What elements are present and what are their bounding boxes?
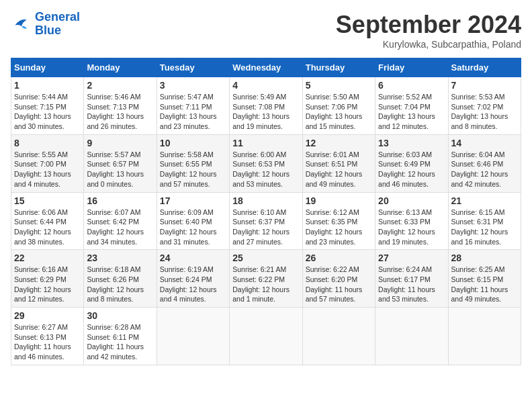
empty-cell [448,308,521,365]
calendar-day-8: 8 Sunrise: 5:55 AM Sunset: 7:00 PM Dayli… [11,134,84,192]
day-info: Sunrise: 6:13 AM Sunset: 6:33 PM Dayligh… [378,208,445,247]
day-number: 19 [306,195,372,206]
sunrise-label: Sunrise: 6:13 AM [378,208,432,216]
logo-line2: Blue [35,24,80,38]
logo: General Blue [11,11,80,38]
day-number: 4 [232,80,299,91]
sunrise-label: Sunrise: 6:04 AM [451,150,505,158]
day-number: 8 [14,138,81,148]
col-header-saturday: Saturday [448,58,521,77]
calendar-day-30: 30 Sunrise: 6:28 AM Sunset: 6:11 PM Dayl… [84,308,157,365]
calendar-day-27: 27 Sunrise: 6:24 AM Sunset: 6:17 PM Dayl… [375,250,448,308]
sunrise-label: Sunrise: 5:53 AM [451,93,505,101]
day-info: Sunrise: 6:28 AM Sunset: 6:11 PM Dayligh… [87,322,153,362]
sunset-label: Sunset: 6:26 PM [87,275,139,283]
day-info: Sunrise: 5:47 AM Sunset: 7:11 PM Dayligh… [160,92,226,132]
daylight-label: Daylight: 12 hours and 46 minutes. [378,170,435,188]
calendar-day-29: 29 Sunrise: 6:27 AM Sunset: 6:13 PM Dayl… [11,308,84,365]
day-info: Sunrise: 5:50 AM Sunset: 7:06 PM Dayligh… [306,92,372,132]
daylight-label: Daylight: 11 hours and 46 minutes. [14,342,71,361]
day-info: Sunrise: 5:46 AM Sunset: 7:13 PM Dayligh… [87,92,153,132]
daylight-label: Daylight: 12 hours and 31 minutes. [160,228,217,246]
col-header-friday: Friday [375,58,448,77]
day-info: Sunrise: 6:24 AM Sunset: 6:17 PM Dayligh… [378,265,445,304]
day-number: 12 [306,138,372,148]
sunrise-label: Sunrise: 5:50 AM [306,93,359,101]
sunset-label: Sunset: 6:29 PM [14,275,66,283]
sunrise-label: Sunrise: 6:25 AM [451,265,505,273]
sunset-label: Sunset: 6:46 PM [451,160,504,168]
day-info: Sunrise: 6:15 AM Sunset: 6:31 PM Dayligh… [451,208,518,247]
daylight-label: Daylight: 12 hours and 23 minutes. [306,228,363,246]
empty-cell [302,308,375,365]
day-info: Sunrise: 5:55 AM Sunset: 7:00 PM Dayligh… [14,150,81,189]
daylight-label: Daylight: 13 hours and 23 minutes. [160,112,217,130]
day-number: 28 [451,253,518,263]
calendar-day-23: 23 Sunrise: 6:18 AM Sunset: 6:26 PM Dayl… [84,250,157,308]
calendar-day-2: 2 Sunrise: 5:46 AM Sunset: 7:13 PM Dayli… [84,77,157,135]
sunset-label: Sunset: 6:44 PM [14,218,66,226]
sunrise-label: Sunrise: 5:52 AM [378,93,432,101]
sunrise-label: Sunrise: 5:46 AM [87,93,140,101]
sunrise-label: Sunrise: 6:28 AM [87,323,140,331]
sunrise-label: Sunrise: 6:24 AM [378,265,432,273]
daylight-label: Daylight: 13 hours and 12 minutes. [378,112,435,130]
daylight-label: Daylight: 12 hours and 27 minutes. [232,228,290,246]
logo-text: General Blue [35,11,80,38]
calendar-day-13: 13 Sunrise: 6:03 AM Sunset: 6:49 PM Dayl… [375,134,448,192]
day-info: Sunrise: 6:16 AM Sunset: 6:29 PM Dayligh… [14,265,81,304]
sunset-label: Sunset: 7:15 PM [14,103,66,111]
sunset-label: Sunset: 6:22 PM [232,275,285,283]
day-info: Sunrise: 6:07 AM Sunset: 6:42 PM Dayligh… [87,208,153,247]
sunrise-label: Sunrise: 6:18 AM [87,265,140,273]
calendar-day-17: 17 Sunrise: 6:09 AM Sunset: 6:40 PM Dayl… [157,192,229,250]
sunset-label: Sunset: 6:33 PM [378,218,431,226]
day-number: 14 [451,138,518,148]
day-info: Sunrise: 6:21 AM Sunset: 6:22 PM Dayligh… [232,265,299,304]
day-info: Sunrise: 5:57 AM Sunset: 6:57 PM Dayligh… [87,150,153,189]
calendar-day-16: 16 Sunrise: 6:07 AM Sunset: 6:42 PM Dayl… [84,192,157,250]
calendar-day-7: 7 Sunrise: 5:53 AM Sunset: 7:02 PM Dayli… [448,77,521,135]
day-number: 27 [378,253,445,263]
sunset-label: Sunset: 6:20 PM [306,275,358,283]
day-number: 16 [87,195,153,206]
calendar-week-1: 1 Sunrise: 5:44 AM Sunset: 7:15 PM Dayli… [11,77,521,135]
day-number: 22 [14,253,81,263]
day-info: Sunrise: 6:06 AM Sunset: 6:44 PM Dayligh… [14,208,81,247]
sunrise-label: Sunrise: 6:15 AM [451,208,505,216]
sunrise-label: Sunrise: 5:47 AM [160,93,214,101]
col-header-sunday: Sunday [11,58,84,77]
calendar-day-24: 24 Sunrise: 6:19 AM Sunset: 6:24 PM Dayl… [157,250,229,308]
daylight-label: Daylight: 12 hours and 49 minutes. [306,170,363,188]
sunset-label: Sunset: 6:13 PM [14,333,66,341]
sunset-label: Sunset: 7:06 PM [306,103,358,111]
day-info: Sunrise: 5:49 AM Sunset: 7:08 PM Dayligh… [232,92,299,132]
day-number: 9 [87,138,153,148]
empty-cell [375,308,448,365]
day-number: 6 [378,80,445,91]
calendar-day-1: 1 Sunrise: 5:44 AM Sunset: 7:15 PM Dayli… [11,77,84,135]
col-header-monday: Monday [84,58,157,77]
day-number: 7 [451,80,518,91]
sunrise-label: Sunrise: 6:21 AM [232,265,286,273]
calendar-week-3: 15 Sunrise: 6:06 AM Sunset: 6:44 PM Dayl… [11,192,521,250]
calendar-day-10: 10 Sunrise: 5:58 AM Sunset: 6:55 PM Dayl… [157,134,229,192]
calendar-day-18: 18 Sunrise: 6:10 AM Sunset: 6:37 PM Dayl… [230,192,302,250]
day-info: Sunrise: 6:27 AM Sunset: 6:13 PM Dayligh… [14,322,81,362]
sunset-label: Sunset: 6:17 PM [378,275,431,283]
calendar-day-14: 14 Sunrise: 6:04 AM Sunset: 6:46 PM Dayl… [448,134,521,192]
daylight-label: Daylight: 12 hours and 38 minutes. [14,228,71,246]
day-info: Sunrise: 6:22 AM Sunset: 6:20 PM Dayligh… [306,265,372,304]
day-number: 11 [232,138,299,148]
sunrise-label: Sunrise: 6:19 AM [160,265,214,273]
calendar-day-4: 4 Sunrise: 5:49 AM Sunset: 7:08 PM Dayli… [230,77,302,135]
calendar-week-5: 29 Sunrise: 6:27 AM Sunset: 6:13 PM Dayl… [11,308,521,365]
day-info: Sunrise: 5:58 AM Sunset: 6:55 PM Dayligh… [160,150,226,189]
calendar-day-19: 19 Sunrise: 6:12 AM Sunset: 6:35 PM Dayl… [302,192,375,250]
calendar-table: SundayMondayTuesdayWednesdayThursdayFrid… [11,58,521,365]
sunset-label: Sunset: 7:00 PM [14,160,66,168]
day-info: Sunrise: 5:44 AM Sunset: 7:15 PM Dayligh… [14,92,81,132]
day-number: 18 [232,195,299,206]
empty-cell [230,308,302,365]
calendar-day-3: 3 Sunrise: 5:47 AM Sunset: 7:11 PM Dayli… [157,77,229,135]
